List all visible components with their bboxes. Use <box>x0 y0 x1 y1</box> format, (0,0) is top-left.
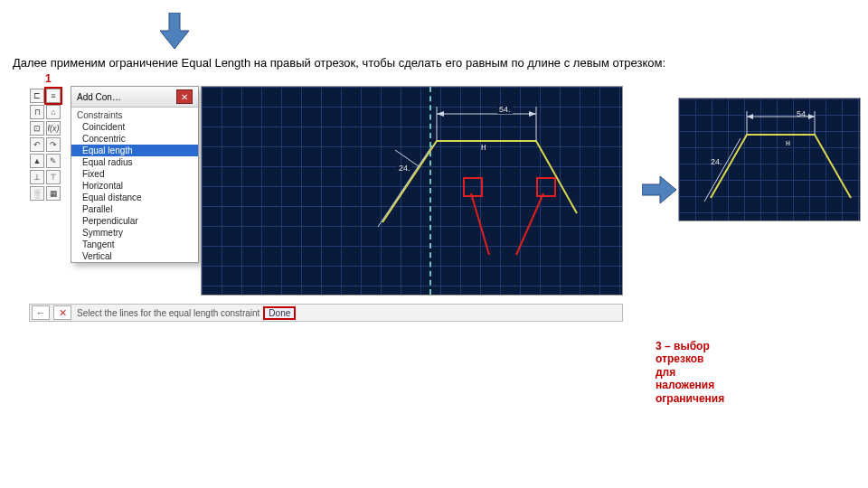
sketch-svg <box>202 87 622 295</box>
tool-button[interactable]: ⌂ <box>46 105 61 119</box>
sketch-canvas[interactable]: 54. 24. н 3 – выбор отрезков для наложен… <box>201 86 623 296</box>
selection-box-left <box>463 177 483 197</box>
result-h-label: н <box>786 138 790 147</box>
annotation-step-3: 3 – выбор отрезков для наложения огранич… <box>656 340 724 405</box>
status-cancel-button[interactable]: ✕ <box>53 305 71 320</box>
main-screenshot-panel: ⊏≡ ⊓⌂ ⊡f(x) ↶↷ ▲✎ ⊥⊤ ░▦ Add Con… ✕ Const… <box>29 86 621 294</box>
result-svg <box>679 99 860 221</box>
svg-line-8 <box>471 193 489 255</box>
tool-button[interactable]: ✎ <box>46 154 61 168</box>
result-dim-top: 54. <box>797 109 808 118</box>
constraint-item-parallel[interactable]: Parallel <box>71 203 198 215</box>
constraint-item-symmetry[interactable]: Symmetry <box>71 227 198 239</box>
constraint-item-tangent[interactable]: Tangent <box>71 239 198 250</box>
status-message: Select the lines for the equal length co… <box>77 308 259 318</box>
dim-top-label: 54. <box>497 105 513 114</box>
step-marker-1: 1 <box>45 72 52 85</box>
arrow-down-icon <box>158 13 191 53</box>
tool-button[interactable]: ⊤ <box>46 170 61 184</box>
popup-title-text: Add Con… <box>77 92 121 102</box>
svg-marker-14 <box>747 114 753 119</box>
tool-button[interactable]: ░ <box>30 186 44 201</box>
arrow-right-icon <box>642 176 678 206</box>
instruction-text: Далее применим ограничение Equal Length … <box>13 56 665 70</box>
popup-titlebar: Add Con… ✕ <box>71 87 198 108</box>
add-constraint-popup: Add Con… ✕ Constraints Coincident Concen… <box>71 86 199 263</box>
constraint-item-fixed[interactable]: Fixed <box>71 168 198 180</box>
tool-button[interactable]: ▦ <box>46 186 61 201</box>
constraint-item-equal-length[interactable]: Equal length <box>71 145 198 156</box>
svg-line-16 <box>704 138 741 202</box>
tool-button[interactable]: ⊓ <box>30 105 44 119</box>
tool-button[interactable]: ↶ <box>30 137 44 152</box>
side-toolbar: ⊏≡ ⊓⌂ ⊡f(x) ↶↷ ▲✎ ⊥⊤ ░▦ <box>29 89 61 201</box>
constraint-item-concentric[interactable]: Concentric <box>71 133 198 145</box>
svg-line-9 <box>516 193 543 255</box>
tool-button[interactable]: ⊡ <box>30 121 44 136</box>
annotation-step-3-line1: 3 – выбор отрезков для <box>656 340 710 379</box>
svg-line-6 <box>378 145 432 227</box>
svg-marker-0 <box>160 13 189 49</box>
tool-button[interactable]: ▲ <box>30 154 44 168</box>
tool-button[interactable]: f(x) <box>46 121 61 136</box>
selection-box-right <box>536 177 556 197</box>
svg-marker-15 <box>808 114 815 119</box>
result-dim-left: 24. <box>711 157 722 166</box>
constraint-item-coincident[interactable]: Coincident <box>71 121 198 133</box>
tool-button[interactable]: ⊥ <box>30 170 44 184</box>
status-back-button[interactable]: ← <box>32 305 50 320</box>
svg-marker-10 <box>642 176 676 203</box>
constraint-item-equal-distance[interactable]: Equal distance <box>71 192 198 203</box>
constraint-tool-button[interactable]: ≡ <box>46 89 61 103</box>
constraint-item-perpendicular[interactable]: Perpendicular <box>71 215 198 227</box>
constraint-item-equal-radius[interactable]: Equal radius <box>71 156 198 168</box>
result-canvas: 54. 24. н <box>678 98 861 221</box>
tool-button[interactable]: ↷ <box>46 137 61 152</box>
constraint-item-vertical[interactable]: Vertical <box>71 250 198 262</box>
status-bar: ← ✕ Select the lines for the equal lengt… <box>29 304 623 322</box>
popup-heading: Constraints <box>71 108 198 121</box>
annotation-step-3-line2: наложения ограничения <box>656 379 724 404</box>
constraint-item-horizontal[interactable]: Horizontal <box>71 180 198 192</box>
constraint-h-label: н <box>481 142 486 152</box>
tool-button[interactable]: ⊏ <box>30 89 44 103</box>
close-icon[interactable]: ✕ <box>176 89 193 104</box>
svg-marker-5 <box>529 111 536 117</box>
svg-marker-4 <box>437 111 444 117</box>
dim-left-label: 24. <box>397 164 412 173</box>
status-done-button[interactable]: Done <box>263 306 296 320</box>
